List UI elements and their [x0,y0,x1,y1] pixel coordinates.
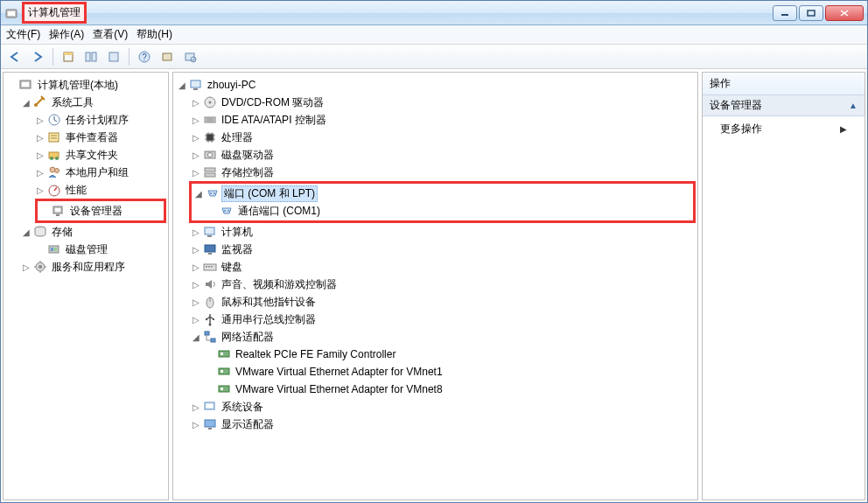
expander-icon[interactable]: ▷ [191,314,201,325]
tree-label: 通信端口 (COM1) [235,203,323,220]
devtree-root[interactable]: ◢zhouyi-PC [177,76,696,94]
tree-label: 磁盘管理 [63,241,110,258]
toolbar-btn-1[interactable] [58,47,79,66]
devtree-storagectrl[interactable]: ▷存储控制器 [191,164,696,181]
device-tree-pane: ◢zhouyi-PC ▷DVD/CD-ROM 驱动器 ▷IDE ATA/ATAP… [172,72,698,500]
devtree-ide[interactable]: ▷IDE ATA/ATAPI 控制器 [191,111,696,129]
tree-root[interactable]: 计算机管理(本地) [7,76,166,94]
svg-rect-67 [205,332,209,335]
tree-task-scheduler[interactable]: ▷任务计划程序 [35,111,166,129]
minimize-button[interactable] [773,5,797,21]
expander-icon[interactable]: ▷ [191,244,201,255]
expander-icon[interactable]: ▷ [35,185,46,195]
tree-label: 键盘 [219,259,245,276]
svg-point-41 [209,101,212,104]
expander-icon[interactable]: ▷ [191,97,201,108]
tree-local-users[interactable]: ▷本地用户和组 [35,164,166,181]
tools-icon [33,95,47,109]
svg-rect-31 [56,214,60,216]
actions-more[interactable]: 更多操作 ▶ [703,116,864,142]
expander-icon[interactable]: ▷ [35,150,46,160]
devtree-net1[interactable]: Realtek PCIe FE Family Controller [205,346,696,363]
devtree-com1[interactable]: 通信端口 (COM1) [207,202,691,220]
expander-icon[interactable]: ▷ [191,132,201,143]
devtree-keyboard[interactable]: ▷键盘 [191,258,696,276]
expander-icon[interactable]: ▷ [191,419,201,430]
expander-icon[interactable]: ▷ [191,297,201,307]
devtree-net2[interactable]: VMware Virtual Ethernet Adapter for VMne… [205,363,696,381]
help-button[interactable]: ? [134,47,155,66]
ide-icon [203,113,217,127]
expander-icon[interactable]: ▷ [21,262,32,272]
expander-icon[interactable]: ◢ [191,332,201,342]
expander-icon[interactable]: ▷ [191,262,201,272]
share-icon [47,148,61,162]
expander-icon[interactable]: ▷ [35,132,46,143]
expander-icon[interactable]: ◢ [193,188,204,199]
back-button[interactable] [4,47,25,66]
expander-icon[interactable]: ◢ [21,97,32,108]
tree-label: IDE ATA/ATAPI 控制器 [219,112,329,129]
tree-label: 系统设备 [219,399,266,416]
close-button[interactable] [825,5,864,21]
svg-point-24 [50,157,53,160]
tree-system-tools[interactable]: ◢ 系统工具 [21,94,166,111]
menu-action[interactable]: 操作(A) [49,27,84,42]
expander-icon[interactable]: ▷ [191,402,201,412]
devtree-ports[interactable]: ◢端口 (COM 和 LPT) [193,185,691,202]
perf-icon [47,183,61,197]
devtree-display[interactable]: ▷显示适配器 [191,416,696,433]
forward-button[interactable] [27,47,48,66]
expander-icon[interactable]: ▷ [191,150,201,160]
tree-label: VMware Virtual Ethernet Adapter for VMne… [233,382,445,396]
tree-label: 存储 [49,224,75,241]
menu-help[interactable]: 帮助(H) [136,27,172,42]
tree-disk-mgmt[interactable]: 磁盘管理 [35,241,166,258]
svg-rect-48 [205,168,215,171]
devtree-dvd[interactable]: ▷DVD/CD-ROM 驱动器 [191,94,696,111]
toolbar-btn-3[interactable] [103,47,124,66]
svg-rect-60 [208,266,210,268]
devtree-net[interactable]: ◢网络适配器 [191,328,696,346]
devtree-monitor[interactable]: ▷监视器 [191,241,696,258]
tree-services-apps[interactable]: ▷服务和应用程序 [21,258,166,276]
tree-shared-folders[interactable]: ▷共享文件夹 [35,146,166,164]
expander-icon[interactable]: ◢ [177,80,187,90]
tree-label: 服务和应用程序 [49,259,128,276]
devtree-audio[interactable]: ▷声音、视频和游戏控制器 [191,276,696,293]
expander-icon[interactable]: ▷ [35,167,46,178]
expander-icon[interactable]: ▷ [191,227,201,237]
devtree-net3[interactable]: VMware Virtual Ethernet Adapter for VMne… [205,381,696,398]
devtree-sysdev[interactable]: ▷系统设备 [191,398,696,416]
expander-icon[interactable]: ▷ [191,167,201,178]
svg-point-18 [34,103,38,107]
expander-icon[interactable]: ◢ [21,227,32,237]
tree-label: 本地用户和组 [63,164,131,181]
devtree-mouse[interactable]: ▷鼠标和其他指针设备 [191,293,696,311]
actions-section[interactable]: 设备管理器 ▲ [703,95,864,116]
devtree-cpu[interactable]: ▷处理器 [191,129,696,146]
expander-icon[interactable]: ▷ [191,115,201,125]
menu-view[interactable]: 查看(V) [93,27,128,42]
tree-performance[interactable]: ▷性能 [35,181,166,199]
maximize-button[interactable] [799,5,823,21]
toolbar-btn-4[interactable] [157,47,178,66]
toolbar-btn-5[interactable] [179,47,200,66]
devtree-computer[interactable]: ▷计算机 [191,223,696,241]
menu-file[interactable]: 文件(F) [6,27,40,42]
tree-label: 任务计划程序 [63,112,131,129]
devtree-diskdrives[interactable]: ▷磁盘驱动器 [191,146,696,164]
toolbar-btn-2[interactable] [80,47,102,66]
tree-device-manager[interactable]: 设备管理器 [39,202,162,220]
tree-label: Realtek PCIe FE Family Controller [233,347,398,361]
devtree-usb[interactable]: ▷通用串行总线控制器 [191,311,696,328]
tree-event-viewer[interactable]: ▷事件查看器 [35,129,166,146]
svg-point-52 [224,210,226,212]
expander-icon[interactable]: ▷ [191,279,201,290]
tree-label: 计算机 [219,224,256,241]
nic-icon [217,365,231,379]
events-icon [47,130,61,144]
tree-storage[interactable]: ◢存储 [21,223,166,241]
svg-point-51 [214,192,215,194]
expander-icon[interactable]: ▷ [35,115,46,125]
